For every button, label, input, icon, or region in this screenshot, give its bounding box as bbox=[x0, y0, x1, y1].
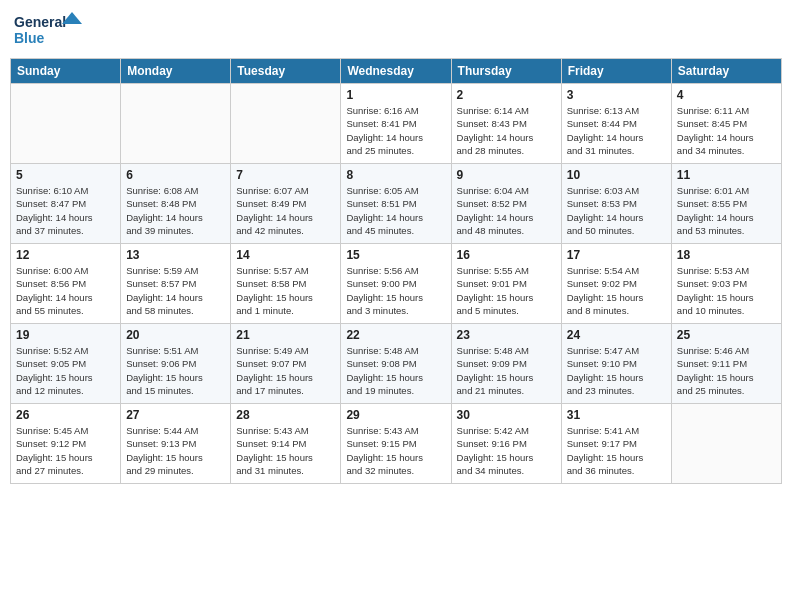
calendar-cell bbox=[671, 404, 781, 484]
day-number: 20 bbox=[126, 328, 225, 342]
day-info: Sunrise: 5:59 AM Sunset: 8:57 PM Dayligh… bbox=[126, 264, 225, 317]
logo: GeneralBlue bbox=[14, 10, 84, 50]
calendar-table: SundayMondayTuesdayWednesdayThursdayFrid… bbox=[10, 58, 782, 484]
day-info: Sunrise: 5:41 AM Sunset: 9:17 PM Dayligh… bbox=[567, 424, 666, 477]
day-info: Sunrise: 6:10 AM Sunset: 8:47 PM Dayligh… bbox=[16, 184, 115, 237]
calendar-cell: 3Sunrise: 6:13 AM Sunset: 8:44 PM Daylig… bbox=[561, 84, 671, 164]
day-info: Sunrise: 5:57 AM Sunset: 8:58 PM Dayligh… bbox=[236, 264, 335, 317]
calendar-cell: 1Sunrise: 6:16 AM Sunset: 8:41 PM Daylig… bbox=[341, 84, 451, 164]
calendar-cell: 16Sunrise: 5:55 AM Sunset: 9:01 PM Dayli… bbox=[451, 244, 561, 324]
day-number: 26 bbox=[16, 408, 115, 422]
calendar-cell: 2Sunrise: 6:14 AM Sunset: 8:43 PM Daylig… bbox=[451, 84, 561, 164]
day-number: 7 bbox=[236, 168, 335, 182]
calendar-cell: 13Sunrise: 5:59 AM Sunset: 8:57 PM Dayli… bbox=[121, 244, 231, 324]
calendar-cell: 26Sunrise: 5:45 AM Sunset: 9:12 PM Dayli… bbox=[11, 404, 121, 484]
calendar-cell: 27Sunrise: 5:44 AM Sunset: 9:13 PM Dayli… bbox=[121, 404, 231, 484]
day-number: 12 bbox=[16, 248, 115, 262]
calendar-cell: 6Sunrise: 6:08 AM Sunset: 8:48 PM Daylig… bbox=[121, 164, 231, 244]
day-number: 18 bbox=[677, 248, 776, 262]
calendar-cell: 19Sunrise: 5:52 AM Sunset: 9:05 PM Dayli… bbox=[11, 324, 121, 404]
day-number: 6 bbox=[126, 168, 225, 182]
day-info: Sunrise: 6:11 AM Sunset: 8:45 PM Dayligh… bbox=[677, 104, 776, 157]
day-info: Sunrise: 5:46 AM Sunset: 9:11 PM Dayligh… bbox=[677, 344, 776, 397]
day-number: 11 bbox=[677, 168, 776, 182]
day-number: 15 bbox=[346, 248, 445, 262]
calendar-cell bbox=[121, 84, 231, 164]
day-number: 10 bbox=[567, 168, 666, 182]
week-row-3: 12Sunrise: 6:00 AM Sunset: 8:56 PM Dayli… bbox=[11, 244, 782, 324]
weekday-header-friday: Friday bbox=[561, 59, 671, 84]
calendar-cell: 8Sunrise: 6:05 AM Sunset: 8:51 PM Daylig… bbox=[341, 164, 451, 244]
day-number: 5 bbox=[16, 168, 115, 182]
weekday-header-monday: Monday bbox=[121, 59, 231, 84]
day-info: Sunrise: 5:43 AM Sunset: 9:14 PM Dayligh… bbox=[236, 424, 335, 477]
day-info: Sunrise: 5:51 AM Sunset: 9:06 PM Dayligh… bbox=[126, 344, 225, 397]
calendar-cell bbox=[231, 84, 341, 164]
day-info: Sunrise: 5:56 AM Sunset: 9:00 PM Dayligh… bbox=[346, 264, 445, 317]
day-info: Sunrise: 6:07 AM Sunset: 8:49 PM Dayligh… bbox=[236, 184, 335, 237]
day-number: 21 bbox=[236, 328, 335, 342]
day-number: 3 bbox=[567, 88, 666, 102]
day-number: 16 bbox=[457, 248, 556, 262]
calendar-cell: 7Sunrise: 6:07 AM Sunset: 8:49 PM Daylig… bbox=[231, 164, 341, 244]
week-row-1: 1Sunrise: 6:16 AM Sunset: 8:41 PM Daylig… bbox=[11, 84, 782, 164]
week-row-2: 5Sunrise: 6:10 AM Sunset: 8:47 PM Daylig… bbox=[11, 164, 782, 244]
calendar-cell: 10Sunrise: 6:03 AM Sunset: 8:53 PM Dayli… bbox=[561, 164, 671, 244]
weekday-header-wednesday: Wednesday bbox=[341, 59, 451, 84]
calendar-cell: 29Sunrise: 5:43 AM Sunset: 9:15 PM Dayli… bbox=[341, 404, 451, 484]
calendar-cell: 5Sunrise: 6:10 AM Sunset: 8:47 PM Daylig… bbox=[11, 164, 121, 244]
weekday-header-tuesday: Tuesday bbox=[231, 59, 341, 84]
calendar-cell: 20Sunrise: 5:51 AM Sunset: 9:06 PM Dayli… bbox=[121, 324, 231, 404]
calendar-cell: 12Sunrise: 6:00 AM Sunset: 8:56 PM Dayli… bbox=[11, 244, 121, 324]
day-number: 4 bbox=[677, 88, 776, 102]
calendar-cell: 25Sunrise: 5:46 AM Sunset: 9:11 PM Dayli… bbox=[671, 324, 781, 404]
calendar-cell: 30Sunrise: 5:42 AM Sunset: 9:16 PM Dayli… bbox=[451, 404, 561, 484]
day-number: 27 bbox=[126, 408, 225, 422]
day-info: Sunrise: 6:04 AM Sunset: 8:52 PM Dayligh… bbox=[457, 184, 556, 237]
calendar-cell bbox=[11, 84, 121, 164]
day-info: Sunrise: 6:14 AM Sunset: 8:43 PM Dayligh… bbox=[457, 104, 556, 157]
day-number: 31 bbox=[567, 408, 666, 422]
day-info: Sunrise: 6:00 AM Sunset: 8:56 PM Dayligh… bbox=[16, 264, 115, 317]
svg-text:Blue: Blue bbox=[14, 30, 45, 46]
weekday-header-row: SundayMondayTuesdayWednesdayThursdayFrid… bbox=[11, 59, 782, 84]
day-number: 8 bbox=[346, 168, 445, 182]
day-info: Sunrise: 5:54 AM Sunset: 9:02 PM Dayligh… bbox=[567, 264, 666, 317]
calendar-cell: 28Sunrise: 5:43 AM Sunset: 9:14 PM Dayli… bbox=[231, 404, 341, 484]
calendar-cell: 14Sunrise: 5:57 AM Sunset: 8:58 PM Dayli… bbox=[231, 244, 341, 324]
calendar-cell: 22Sunrise: 5:48 AM Sunset: 9:08 PM Dayli… bbox=[341, 324, 451, 404]
day-info: Sunrise: 6:05 AM Sunset: 8:51 PM Dayligh… bbox=[346, 184, 445, 237]
day-number: 2 bbox=[457, 88, 556, 102]
day-number: 25 bbox=[677, 328, 776, 342]
calendar-cell: 11Sunrise: 6:01 AM Sunset: 8:55 PM Dayli… bbox=[671, 164, 781, 244]
header: GeneralBlue bbox=[10, 10, 782, 50]
calendar-cell: 15Sunrise: 5:56 AM Sunset: 9:00 PM Dayli… bbox=[341, 244, 451, 324]
day-info: Sunrise: 5:45 AM Sunset: 9:12 PM Dayligh… bbox=[16, 424, 115, 477]
weekday-header-saturday: Saturday bbox=[671, 59, 781, 84]
day-info: Sunrise: 5:48 AM Sunset: 9:09 PM Dayligh… bbox=[457, 344, 556, 397]
day-number: 19 bbox=[16, 328, 115, 342]
day-number: 29 bbox=[346, 408, 445, 422]
calendar-cell: 31Sunrise: 5:41 AM Sunset: 9:17 PM Dayli… bbox=[561, 404, 671, 484]
day-number: 14 bbox=[236, 248, 335, 262]
day-number: 13 bbox=[126, 248, 225, 262]
day-info: Sunrise: 6:03 AM Sunset: 8:53 PM Dayligh… bbox=[567, 184, 666, 237]
day-info: Sunrise: 5:44 AM Sunset: 9:13 PM Dayligh… bbox=[126, 424, 225, 477]
day-number: 28 bbox=[236, 408, 335, 422]
svg-text:General: General bbox=[14, 14, 66, 30]
calendar-cell: 9Sunrise: 6:04 AM Sunset: 8:52 PM Daylig… bbox=[451, 164, 561, 244]
week-row-4: 19Sunrise: 5:52 AM Sunset: 9:05 PM Dayli… bbox=[11, 324, 782, 404]
calendar-cell: 21Sunrise: 5:49 AM Sunset: 9:07 PM Dayli… bbox=[231, 324, 341, 404]
day-number: 1 bbox=[346, 88, 445, 102]
day-info: Sunrise: 5:42 AM Sunset: 9:16 PM Dayligh… bbox=[457, 424, 556, 477]
day-info: Sunrise: 5:49 AM Sunset: 9:07 PM Dayligh… bbox=[236, 344, 335, 397]
day-info: Sunrise: 5:47 AM Sunset: 9:10 PM Dayligh… bbox=[567, 344, 666, 397]
day-info: Sunrise: 6:16 AM Sunset: 8:41 PM Dayligh… bbox=[346, 104, 445, 157]
day-info: Sunrise: 5:52 AM Sunset: 9:05 PM Dayligh… bbox=[16, 344, 115, 397]
day-info: Sunrise: 5:53 AM Sunset: 9:03 PM Dayligh… bbox=[677, 264, 776, 317]
day-number: 30 bbox=[457, 408, 556, 422]
day-number: 17 bbox=[567, 248, 666, 262]
day-number: 9 bbox=[457, 168, 556, 182]
day-info: Sunrise: 5:55 AM Sunset: 9:01 PM Dayligh… bbox=[457, 264, 556, 317]
calendar-cell: 18Sunrise: 5:53 AM Sunset: 9:03 PM Dayli… bbox=[671, 244, 781, 324]
